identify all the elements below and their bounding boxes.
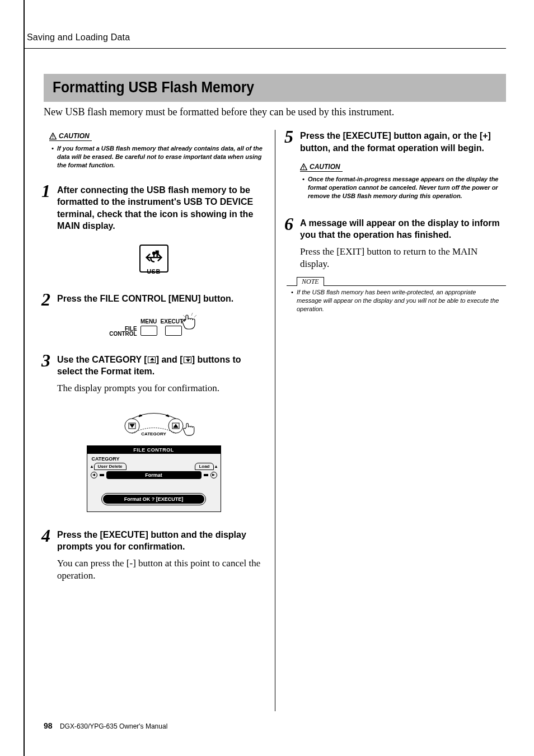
step-number: 1	[41, 181, 50, 201]
intro-text: New USB flash memory must be formatted b…	[44, 106, 506, 118]
note-block: NOTE If the USB flash memory has been wr…	[287, 277, 506, 316]
step-body: The display prompts you for confirmation…	[57, 382, 264, 395]
caution-block-mid: CAUTION Once the format-in-progress mess…	[300, 163, 506, 200]
lcd-right-circle: ►	[210, 472, 217, 478]
section-title: Saving and Loading Data	[24, 32, 506, 43]
step3-text-b: ] and [	[156, 355, 183, 364]
caution-label: CAUTION	[59, 132, 90, 140]
step-heading: Press the [EXECUTE] button and the displ…	[57, 529, 264, 553]
page-footer: 98 DGX-630/YPG-635 Owner's Manual	[44, 721, 167, 730]
step-heading: Press the [EXECUTE] button again, or the…	[300, 130, 506, 154]
step-number: 3	[41, 350, 50, 371]
svg-point-1	[53, 137, 54, 138]
category-up-icon	[148, 356, 156, 363]
lcd-confirm-prompt: Format OK ? [EXECUTE]	[103, 495, 204, 504]
note-label: NOTE	[297, 277, 324, 286]
running-header: Saving and Loading Data	[24, 32, 506, 49]
step-number: 4	[41, 525, 50, 546]
caution-heading: CAUTION	[300, 163, 343, 172]
step-body: Press the [EXIT] button to return to the…	[300, 246, 506, 270]
step-body: You can press the [-] button at this poi…	[57, 557, 264, 582]
step-6: 6 A message will appear on the display t…	[287, 217, 506, 316]
step-heading: After connecting the USB flash memory to…	[57, 184, 264, 232]
step-1: 1 After connecting the USB flash memory …	[44, 184, 264, 276]
step-number: 2	[41, 289, 50, 310]
category-down-icon	[184, 356, 191, 363]
step-heading: A message will appear on the display to …	[300, 217, 506, 241]
step-2: 2 Press the FILE CONTROL [MENU] button. …	[44, 293, 264, 337]
manual-title: DGX-630/YPG-635 Owner's Manual	[60, 722, 167, 730]
execute-button	[165, 326, 182, 336]
step-4: 4 Press the [EXECUTE] button and the dis…	[44, 529, 264, 582]
caution-block-top: CAUTION If you format a USB flash memory…	[49, 132, 264, 170]
content-columns: CAUTION If you format a USB flash memory…	[44, 130, 506, 711]
warning-icon	[300, 163, 307, 171]
lcd-title: FILE CONTROL	[87, 446, 221, 454]
step-5: 5 Press the [EXECUTE] button again, or t…	[287, 130, 506, 200]
right-column: 5 Press the [EXECUTE] button again, or t…	[275, 130, 506, 711]
hand-pointer-icon	[182, 420, 197, 439]
header-rule	[24, 48, 506, 49]
hand-pointer-icon	[181, 312, 198, 333]
svg-point-9	[303, 168, 305, 170]
usb-label: USB	[143, 269, 165, 275]
caution-text: Once the format-in-progress message appe…	[300, 175, 506, 200]
lcd-arrow-up: ▴	[91, 464, 93, 469]
lcd-right-tab: Load	[195, 463, 213, 470]
step-heading: Press the FILE CONTROL [MENU] button.	[57, 293, 264, 305]
left-column: CAUTION If you format a USB flash memory…	[44, 130, 275, 711]
lcd-screen-figure: FILE CONTROL CATEGORY ▴ User Delete Load…	[87, 445, 221, 512]
note-text: If the USB flash memory has been write-p…	[287, 285, 506, 316]
step-heading: Use the CATEGORY [] and [] buttons to se…	[57, 354, 264, 378]
lcd-left-circle: ◄	[91, 472, 97, 478]
menu-button	[140, 326, 157, 336]
file-control-label: FILE CONTROL	[109, 326, 137, 337]
caution-label: CAUTION	[310, 163, 340, 171]
menu-label: MENU	[140, 318, 157, 325]
step-number: 5	[284, 126, 293, 147]
page-margin-line	[24, 0, 25, 756]
warning-icon	[49, 133, 57, 140]
usb-icon: USB	[139, 245, 168, 273]
caution-heading: CAUTION	[49, 132, 92, 141]
usb-icon-figure: USB	[44, 245, 264, 276]
caution-text: If you format a USB flash memory that al…	[49, 144, 264, 170]
file-control-figure: FILE CONTROL MENU EXECUTE	[44, 313, 264, 337]
lcd-category-label: CATEGORY	[92, 456, 217, 462]
category-panel-figure: CATEGORY	[44, 402, 264, 438]
page-title-bar: Formatting USB Flash Memory	[44, 74, 506, 102]
page-number: 98	[44, 721, 53, 730]
lcd-left-tab: User Delete	[94, 463, 127, 470]
lcd-arrow-up: ▴	[215, 464, 217, 469]
lcd-selected-item: Format	[106, 471, 202, 479]
step-number: 6	[284, 214, 293, 234]
step-3: 3 Use the CATEGORY [] and [] buttons to …	[44, 354, 264, 512]
step3-text-a: Use the CATEGORY [	[57, 355, 147, 364]
page-title: Formatting USB Flash Memory	[53, 78, 444, 96]
